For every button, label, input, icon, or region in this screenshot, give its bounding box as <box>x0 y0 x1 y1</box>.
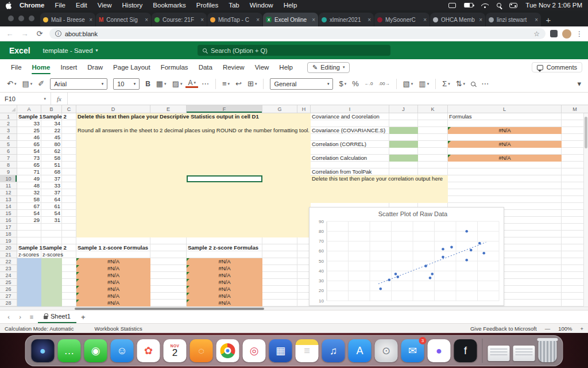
cell-A9[interactable]: 71 <box>17 168 40 175</box>
dock-finder-icon[interactable]: ☺ <box>111 339 134 362</box>
row-header-7[interactable]: 7 <box>0 155 17 162</box>
cell-I3[interactable]: Covariance (COVARIANCE.S) <box>312 127 385 134</box>
ribbon-tab-review[interactable]: Review <box>218 59 250 75</box>
cell-A13[interactable]: 58 <box>17 196 40 203</box>
font-size-select[interactable]: 10▾ <box>113 78 140 90</box>
browser-tab[interactable]: MySoonerC× <box>374 13 430 26</box>
column-header-K[interactable]: K <box>418 105 448 113</box>
bold-button[interactable]: B <box>143 80 153 88</box>
cell-D20[interactable]: Sample 1 z-score Formulas <box>78 244 148 251</box>
back-icon[interactable]: ← <box>5 29 15 38</box>
row-header-19[interactable]: 19 <box>0 237 17 244</box>
row-header-9[interactable]: 9 <box>0 168 17 175</box>
tab-close-icon[interactable]: × <box>368 17 371 23</box>
ribbon-tab-data[interactable]: Data <box>194 59 218 75</box>
currency-icon[interactable]: $▾ <box>336 79 349 88</box>
ribbon-tab-insert[interactable]: Insert <box>55 59 82 75</box>
menu-bookmarks[interactable]: Bookmarks <box>148 2 191 9</box>
zoom-level[interactable]: 100% <box>558 325 572 332</box>
dock-trash-icon[interactable] <box>539 339 557 362</box>
name-box[interactable]: F10 ▾ <box>0 93 51 105</box>
cell-A10[interactable]: 49 <box>17 175 40 182</box>
column-header-M[interactable]: M <box>562 105 588 113</box>
menu-file[interactable]: File <box>49 2 71 9</box>
cell-D26[interactable]: #N/A <box>76 286 150 293</box>
cell-B4[interactable]: 45 <box>41 134 60 141</box>
column-header-B[interactable]: B <box>41 105 62 113</box>
prev-sheet-icon[interactable]: ‹ <box>3 313 14 320</box>
autosum-icon[interactable]: Σ▾ <box>440 79 452 88</box>
cell-D23[interactable]: #N/A <box>76 265 150 272</box>
select-all-corner[interactable] <box>0 105 17 113</box>
extension-icon[interactable] <box>550 30 558 37</box>
row-header-21[interactable]: 21 <box>0 251 17 258</box>
increase-decimal-icon[interactable]: .00→ <box>376 81 392 86</box>
ribbon-tab-help[interactable]: Help <box>274 59 298 75</box>
cell-A6[interactable]: 54 <box>17 148 40 155</box>
cell-A21[interactable]: z-scores <box>18 251 39 258</box>
cell-D24[interactable]: #N/A <box>76 272 150 279</box>
cell-I10[interactable]: Delete this text then place your correla… <box>312 175 443 182</box>
column-header-G[interactable]: G <box>262 105 297 113</box>
more-toolbar-icon[interactable]: ⋯ <box>479 79 491 88</box>
cell-D25[interactable]: #N/A <box>76 279 150 286</box>
cell-A14[interactable]: 67 <box>17 203 40 210</box>
cell-F27[interactable]: #N/A <box>187 293 262 300</box>
cell-A4[interactable]: 46 <box>17 134 40 141</box>
browser-tab[interactable]: Course: 21F× <box>152 13 207 26</box>
tab-close-icon[interactable]: × <box>479 17 482 23</box>
row-header-22[interactable]: 22 <box>0 258 17 265</box>
dock-messenger-icon[interactable]: ● <box>428 339 451 362</box>
dock-minimized-window[interactable] <box>488 346 510 361</box>
font-color-icon[interactable]: A▾ <box>185 79 198 88</box>
menu-bar-clock[interactable]: Tue Nov 2 1:06 PM <box>525 2 582 9</box>
horizontal-scrollbar-thumb[interactable] <box>75 308 264 310</box>
cell-A5[interactable]: 65 <box>17 141 40 148</box>
editing-mode-button[interactable]: ✎ Editing ▾ <box>307 62 350 73</box>
cell-F25[interactable]: #N/A <box>187 279 262 286</box>
wrap-text-icon[interactable]: ↩ <box>233 79 244 88</box>
reload-icon[interactable]: ⟳ <box>34 29 45 38</box>
row-header-4[interactable]: 4 <box>0 134 17 141</box>
browser-tab[interactable]: xlminer2021× <box>319 13 374 26</box>
row-header-15[interactable]: 15 <box>0 210 17 217</box>
menu-tab[interactable]: Tab <box>223 2 245 9</box>
all-sheets-icon[interactable]: ≡ <box>26 313 37 320</box>
close-window-button[interactable] <box>8 16 14 21</box>
dock-facebook-icon[interactable]: f <box>454 339 477 362</box>
row-header-17[interactable]: 17 <box>0 224 17 231</box>
dock-notes-icon[interactable]: ≡ <box>296 339 319 362</box>
ribbon-tab-draw[interactable]: Draw <box>82 59 108 75</box>
menu-chrome[interactable]: Chrome <box>14 2 49 9</box>
browser-tab[interactable]: MConnect Sig× <box>96 13 151 26</box>
browser-tab[interactable]: OHCA Memb× <box>430 13 485 26</box>
row-header-13[interactable]: 13 <box>0 196 17 203</box>
dock-siri-icon[interactable]: ● <box>32 339 55 362</box>
url-text[interactable]: about:blank <box>65 30 530 37</box>
row-header-5[interactable]: 5 <box>0 141 17 148</box>
merge-cells-icon[interactable]: ⊞▾ <box>245 79 259 88</box>
cell-B11[interactable]: 33 <box>41 182 60 189</box>
row-header-23[interactable]: 23 <box>0 265 17 272</box>
cell-A3[interactable]: 25 <box>17 127 40 134</box>
address-bar[interactable]: i about:blank ☆ <box>49 28 546 39</box>
bookmark-star-icon[interactable]: ☆ <box>533 30 540 38</box>
cell-B6[interactable]: 62 <box>41 148 60 155</box>
scatter-chart[interactable]: 908070605040302010Scatter Plot of Raw Da… <box>309 207 504 306</box>
column-header-E[interactable]: E <box>150 105 187 113</box>
conditional-format-icon[interactable]: ▧▾ <box>401 79 416 88</box>
browser-tab[interactable]: XExcel Online× <box>263 13 318 26</box>
cell-A2[interactable]: 33 <box>17 120 40 127</box>
cell-D28[interactable]: #N/A <box>76 300 150 306</box>
cell-B2[interactable]: 34 <box>41 120 60 127</box>
ribbon-tab-formulas[interactable]: Formulas <box>156 59 194 75</box>
forward-icon[interactable]: → <box>20 29 30 38</box>
column-header-A[interactable]: A <box>17 105 41 113</box>
display-icon[interactable] <box>448 3 456 8</box>
row-header-3[interactable]: 3 <box>0 127 17 134</box>
spreadsheet-grid[interactable]: ABCDEFGHIJKLM123456789101112131415161718… <box>0 105 588 310</box>
cell-F20[interactable]: Sample 2 z-score Formulas <box>188 244 258 251</box>
row-header-24[interactable]: 24 <box>0 272 17 279</box>
cell-L7[interactable]: #N/A <box>448 155 562 162</box>
decrease-decimal-icon[interactable]: ←.0 <box>362 81 376 86</box>
